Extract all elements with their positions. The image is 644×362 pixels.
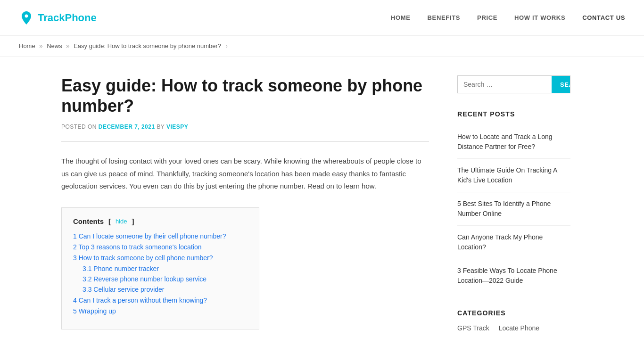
contents-bracket-open: [ [108, 217, 111, 225]
category-locate-phone[interactable]: Locate Phone [499, 324, 539, 332]
recent-post-link-1[interactable]: How to Locate and Track a Long Distance … [457, 132, 570, 152]
contents-num-1: 1 [73, 232, 79, 240]
contents-link-3-3[interactable]: 3.3 Cellular service provider [83, 286, 165, 293]
recent-posts-title: RECENT POSTS [457, 110, 570, 118]
breadcrumb-chevron-icon: › [226, 43, 228, 49]
nav-home[interactable]: HOME [391, 14, 411, 21]
contents-link-3-2[interactable]: 3.2 Reverse phone number lookup service [83, 275, 206, 283]
contents-label: Contents [73, 217, 104, 225]
contents-text-2: Top 3 reasons to track someone's locatio… [78, 243, 201, 251]
contents-text-3: How to track someone by cell phone numbe… [79, 254, 213, 262]
contents-bracket-close: ] [132, 217, 134, 225]
recent-post-item-4: Can Anyone Track My Phone Location? [457, 226, 570, 259]
nav-how-it-works[interactable]: HOW IT WORKS [514, 14, 565, 21]
contents-text-3-3: Cellular service provider [93, 286, 164, 293]
contents-link-4[interactable]: 4 Can I track a person without them know… [73, 296, 207, 304]
contents-sublist-3: 3.1 Phone number tracker 3.2 Reverse pho… [73, 264, 248, 293]
main-nav: HOME BENEFITS PRICE HOW IT WORKS CONTACT… [391, 14, 625, 21]
recent-post-link-2[interactable]: The Ultimate Guide On Tracking A Kid's L… [457, 165, 570, 185]
search-form: SEARCH [457, 75, 570, 93]
contents-text-3-1: Phone number tracker [93, 265, 159, 272]
contents-box: Contents [ hide ] 1 Can I locate someone… [61, 207, 259, 329]
header: TrackPhone HOME BENEFITS PRICE HOW IT WO… [0, 0, 644, 36]
recent-post-item-2: The Ultimate Guide On Tracking A Kid's L… [457, 159, 570, 192]
recent-post-link-5[interactable]: 3 Feasible Ways To Locate Phone Location… [457, 266, 570, 286]
recent-post-item-5: 3 Feasible Ways To Locate Phone Location… [457, 259, 570, 292]
contents-item-2: 2 Top 3 reasons to track someone's locat… [73, 243, 248, 251]
article-meta: POSTED ON DECEMBER 7, 2021 BY VIESPY [61, 123, 429, 130]
contents-num-3-2: 3.2 [83, 275, 93, 283]
nav-benefits[interactable]: BENEFITS [428, 14, 460, 21]
contents-list: 1 Can I locate someone by their cell pho… [73, 232, 248, 315]
recent-posts-list: How to Locate and Track a Long Distance … [457, 125, 570, 292]
sidebar: SEARCH RECENT POSTS How to Locate and Tr… [453, 57, 585, 358]
breadcrumb: Home » News » Easy guide: How to track s… [0, 36, 644, 57]
contents-text-5: Wrapping up [79, 307, 116, 315]
contents-hide-button[interactable]: hide [116, 218, 127, 225]
article-intro: The thought of losing contact with your … [61, 155, 429, 192]
recent-post-link-3[interactable]: 5 Best Sites To Identify a Phone Number … [457, 199, 570, 219]
breadcrumb-sep-1: » [39, 42, 42, 49]
main-content: Easy guide: How to track someone by phon… [0, 57, 453, 358]
article-date[interactable]: DECEMBER 7, 2021 [99, 123, 155, 130]
recent-post-link-4[interactable]: Can Anyone Track My Phone Location? [457, 232, 570, 252]
meta-label: POSTED ON [61, 123, 97, 130]
logo-text: TrackPhone [38, 12, 97, 24]
nav-contact-us[interactable]: CONTACT US [582, 14, 625, 21]
recent-post-item-3: 5 Best Sites To Identify a Phone Number … [457, 192, 570, 226]
categories-list: GPS Track Locate Phone [457, 324, 570, 332]
contents-text-3-2: Reverse phone number lookup service [93, 275, 206, 283]
breadcrumb-sep-2: » [66, 42, 69, 49]
contents-num-3-1: 3.1 [83, 265, 93, 272]
recent-posts-widget: RECENT POSTS How to Locate and Track a L… [457, 110, 570, 292]
contents-item-3-3: 3.3 Cellular service provider [83, 285, 248, 293]
contents-num-5: 5 [73, 307, 79, 315]
article-author[interactable]: VIESPY [166, 123, 188, 130]
recent-post-item-1: How to Locate and Track a Long Distance … [457, 125, 570, 159]
contents-text-1: Can I locate someone by their cell phone… [79, 232, 226, 240]
contents-link-3-1[interactable]: 3.1 Phone number tracker [83, 265, 159, 272]
categories-widget: CATEGORIES GPS Track Locate Phone [457, 309, 570, 332]
search-input[interactable] [458, 76, 552, 93]
contents-link-2[interactable]: 2 Top 3 reasons to track someone's locat… [73, 243, 201, 251]
contents-item-3-1: 3.1 Phone number tracker [83, 264, 248, 272]
article-divider [61, 141, 429, 142]
category-gps-track[interactable]: GPS Track [457, 324, 489, 332]
contents-header: Contents [ hide ] [73, 217, 248, 225]
content-wrapper: Easy guide: How to track someone by phon… [0, 57, 644, 358]
logo-icon [19, 10, 34, 25]
logo[interactable]: TrackPhone [19, 10, 97, 25]
contents-link-3[interactable]: 3 How to track someone by cell phone num… [73, 254, 213, 262]
contents-num-2: 2 [73, 243, 78, 251]
contents-item-1: 1 Can I locate someone by their cell pho… [73, 232, 248, 240]
contents-num-4: 4 [73, 296, 79, 304]
contents-item-4: 4 Can I track a person without them know… [73, 296, 248, 304]
meta-by: BY [157, 123, 165, 130]
breadcrumb-news[interactable]: News [47, 42, 62, 49]
contents-link-5[interactable]: 5 Wrapping up [73, 307, 116, 315]
contents-item-3-2: 3.2 Reverse phone number lookup service [83, 275, 248, 283]
contents-num-3-3: 3.3 [83, 286, 93, 293]
contents-num-3: 3 [73, 254, 79, 262]
contents-item-5: 5 Wrapping up [73, 307, 248, 315]
contents-link-1[interactable]: 1 Can I locate someone by their cell pho… [73, 232, 226, 240]
categories-title: CATEGORIES [457, 309, 570, 317]
contents-item-3: 3 How to track someone by cell phone num… [73, 254, 248, 293]
search-button[interactable]: SEARCH [552, 76, 570, 93]
article-title: Easy guide: How to track someone by phon… [61, 75, 429, 116]
breadcrumb-current: Easy guide: How to track someone by phon… [74, 42, 221, 49]
breadcrumb-home[interactable]: Home [19, 42, 35, 49]
nav-price[interactable]: PRICE [477, 14, 497, 21]
contents-text-4: Can I track a person without them knowin… [79, 296, 207, 304]
search-widget: SEARCH [457, 75, 570, 93]
